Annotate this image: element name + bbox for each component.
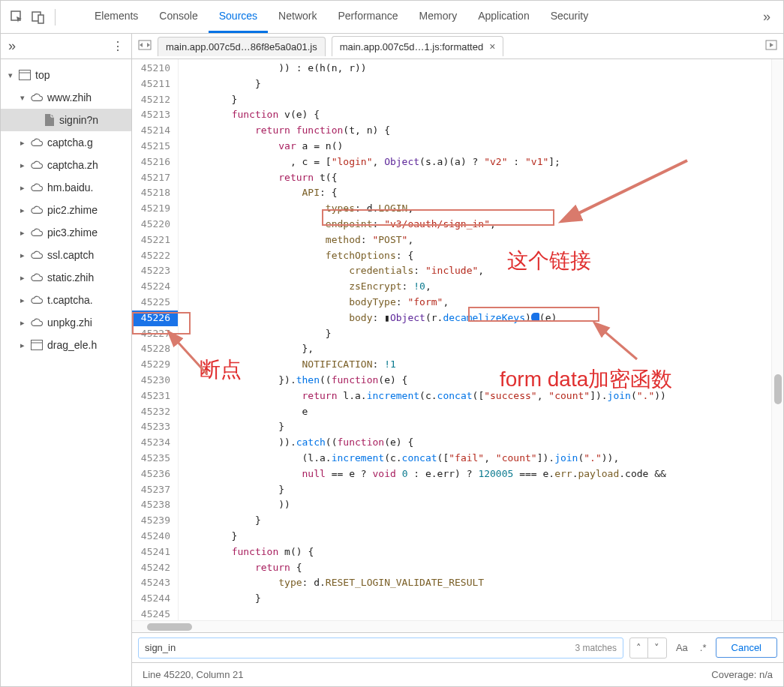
search-input[interactable]: sign_in 3 matches — [138, 638, 623, 658]
file-tab-1[interactable]: main.app.007c5d…86f8e5a0a01.js — [158, 37, 326, 56]
file-tabs-bar: main.app.007c5d…86f8e5a0a01.js main.app.… — [132, 34, 783, 59]
nav-history-icon[interactable] — [138, 40, 152, 52]
vertical-scrollbar[interactable] — [771, 59, 783, 620]
tree-item-captchazh[interactable]: ▸captcha.zh — [1, 154, 131, 176]
search-query-text: sign_in — [145, 642, 176, 653]
inspect-icon[interactable] — [7, 7, 28, 28]
navigator-panel: » ⋮ ▾top▾www.zhihsignin?n▸captcha.g▸capt… — [1, 34, 132, 686]
regex-toggle[interactable]: .* — [697, 642, 710, 653]
devtools-toolbar: Elements Console Sources Network Perform… — [1, 1, 783, 34]
tree-item-wwwzhih[interactable]: ▾www.zhih — [1, 86, 131, 109]
file-tab-1-label: main.app.007c5d…86f8e5a0a01.js — [166, 41, 317, 52]
file-tree[interactable]: ▾top▾www.zhihsignin?n▸captcha.g▸captcha.… — [1, 59, 131, 686]
search-next-icon[interactable]: ˅ — [648, 638, 666, 658]
match-case-toggle[interactable]: Aa — [673, 642, 691, 653]
cancel-button[interactable]: Cancel — [716, 638, 777, 658]
cursor-position: Line 45220, Column 21 — [143, 669, 243, 680]
tree-item-top[interactable]: ▾top — [1, 64, 131, 86]
search-matches-text: 3 matches — [575, 643, 617, 653]
tree-item-tcaptcha[interactable]: ▸t.captcha. — [1, 289, 131, 311]
code-area: 4521045211452124521345214452154521645217… — [132, 59, 783, 620]
close-icon[interactable]: × — [489, 40, 495, 52]
tree-item-signinn[interactable]: signin?n — [1, 109, 131, 131]
tab-application[interactable]: Application — [467, 1, 540, 33]
tab-sources[interactable]: Sources — [209, 1, 268, 33]
tree-item-captchag[interactable]: ▸captcha.g — [1, 131, 131, 154]
tree-item-unpkgzhi[interactable]: ▸unpkg.zhi — [1, 311, 131, 334]
code-content[interactable]: )) : e(h(n, r)) } } function v(e) { retu… — [179, 59, 783, 620]
tree-item-drag_eleh[interactable]: ▸drag_ele.h — [1, 334, 131, 356]
tree-item-pic3zhime[interactable]: ▸pic3.zhime — [1, 221, 131, 244]
file-tab-2-label: main.app.007c5d…1.js:formatted — [340, 41, 484, 52]
file-tab-2[interactable]: main.app.007c5d…1.js:formatted × — [332, 36, 504, 56]
tree-item-sslcaptch[interactable]: ▸ssl.captch — [1, 244, 131, 266]
line-gutter[interactable]: 4521045211452124521345214452154521645217… — [132, 59, 179, 620]
svg-rect-2 — [38, 15, 44, 23]
navigator-menu-icon[interactable]: ⋮ — [112, 39, 124, 53]
svg-rect-5 — [32, 340, 43, 350]
main-tabs: Elements Console Sources Network Perform… — [84, 1, 599, 33]
navigator-toolbar: » ⋮ — [1, 34, 131, 59]
expand-icon[interactable]: » — [8, 38, 16, 54]
tab-network[interactable]: Network — [268, 1, 327, 33]
run-snippet-icon[interactable] — [765, 40, 777, 52]
search-bar: sign_in 3 matches ˄ ˅ Aa .* Cancel — [132, 632, 783, 662]
search-nav-buttons: ˄ ˅ — [629, 638, 667, 658]
status-bar: Line 45220, Column 21 Coverage: n/a — [132, 662, 783, 686]
tree-item-hmbaidu[interactable]: ▸hm.baidu. — [1, 176, 131, 199]
tab-console[interactable]: Console — [149, 1, 208, 33]
tab-security[interactable]: Security — [540, 1, 599, 33]
editor-panel: main.app.007c5d…86f8e5a0a01.js main.app.… — [132, 34, 783, 686]
tab-elements[interactable]: Elements — [84, 1, 149, 33]
horizontal-scrollbar[interactable] — [132, 620, 783, 632]
tab-memory[interactable]: Memory — [409, 1, 468, 33]
tree-item-pic2zhime[interactable]: ▸pic2.zhime — [1, 199, 131, 221]
more-tabs-icon[interactable]: » — [756, 7, 777, 28]
coverage-status: Coverage: n/a — [711, 669, 773, 680]
svg-rect-3 — [20, 70, 31, 80]
tree-item-staticzhih[interactable]: ▸static.zhih — [1, 266, 131, 289]
tab-performance[interactable]: Performance — [327, 1, 408, 33]
device-toggle-icon[interactable] — [28, 7, 49, 28]
search-prev-icon[interactable]: ˄ — [630, 638, 648, 658]
